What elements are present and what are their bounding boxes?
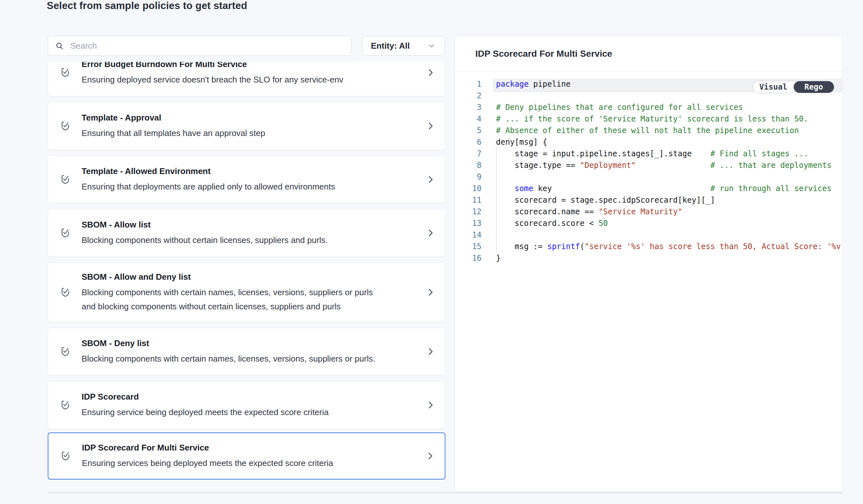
policy-title: IDP Scorecard — [82, 391, 419, 402]
search-input[interactable]: Search — [48, 36, 351, 56]
line-number: 4 — [455, 114, 481, 124]
policy-card[interactable]: IDP ScorecardEnsuring service being depl… — [48, 381, 445, 429]
bottom-separator — [48, 492, 843, 493]
policy-list: Error Budget Burndown For Multi ServiceE… — [48, 62, 445, 492]
toggle-option-visual[interactable]: Visual — [753, 81, 794, 93]
policy-description: Blocking components with certain names, … — [82, 285, 378, 313]
code-line: 4# ... if the score of 'Service Maturity… — [455, 113, 842, 125]
policy-title: SBOM - Allow list — [82, 219, 419, 230]
code-line: 8 stage.type == "Deployment" # ... that … — [455, 159, 842, 171]
line-number: 6 — [455, 138, 481, 147]
code-line: 15 msg := sprintf("service '%s' has scor… — [455, 241, 842, 252]
line-number: 13 — [455, 219, 481, 228]
line-number: 5 — [455, 126, 481, 135]
line-number: 12 — [455, 207, 481, 216]
chevron-right-icon[interactable] — [426, 287, 435, 297]
policy-title: IDP Scorecard For Multi Service — [82, 442, 419, 453]
chevron-right-icon[interactable] — [426, 228, 435, 238]
policy-card[interactable]: Template - Allowed EnvironmentEnsuring t… — [48, 156, 445, 203]
code-line: 12 scorecard.name == "Service Maturity" — [455, 206, 842, 218]
policy-description: Ensuring service being deployed meets th… — [82, 405, 378, 419]
shield-check-icon — [60, 227, 71, 240]
code-lines: 1package pipeline23# Deny pipelines that… — [455, 72, 842, 264]
code-line: 9 — [455, 171, 842, 183]
chevron-right-icon[interactable] — [426, 175, 435, 184]
shield-check-icon — [60, 286, 71, 299]
chevron-right-icon[interactable] — [426, 121, 435, 131]
chevron-right-icon[interactable] — [426, 68, 435, 77]
line-number: 3 — [455, 103, 481, 112]
line-number: 8 — [455, 161, 481, 170]
chevron-right-icon[interactable] — [426, 400, 435, 410]
shield-check-icon — [60, 345, 71, 358]
line-number: 7 — [455, 149, 481, 158]
code-line: 7 stage = input.pipeline.stages[_].stage… — [455, 148, 842, 159]
policy-description: Ensuring deployed service doesn't breach… — [82, 73, 378, 87]
line-number: 15 — [455, 242, 481, 251]
policy-card[interactable]: SBOM - Allow and Deny listBlocking compo… — [48, 263, 445, 322]
code-line: 10 some key # run through all services — [455, 183, 842, 194]
policy-description: Blocking components with certain names, … — [82, 352, 378, 366]
policy-card[interactable]: SBOM - Allow listBlocking components wit… — [48, 209, 445, 257]
shield-check-icon — [60, 399, 71, 412]
entity-filter-dropdown[interactable]: Entity: All — [362, 36, 445, 55]
policy-title: SBOM - Deny list — [82, 337, 419, 349]
policy-card[interactable]: Error Budget Burndown For Multi ServiceE… — [48, 62, 445, 96]
policy-card[interactable]: Template - ApprovalEnsuring that all tem… — [48, 102, 445, 150]
policy-title: Template - Approval — [82, 112, 419, 124]
policy-description: Ensuring that all templates have an appr… — [82, 126, 378, 140]
search-icon — [55, 41, 64, 50]
code-line: 3# Deny pipelines that are configured fo… — [455, 102, 842, 113]
policy-title: Error Budget Burndown For Multi Service — [82, 62, 419, 70]
entity-filter-label: Entity: All — [371, 41, 410, 51]
code-line: 13 scorecard.score < 50 — [455, 218, 842, 229]
page-title: Select from sample policies to get start… — [47, 0, 247, 12]
code-line: 6deny[msg] { — [455, 136, 842, 148]
shield-check-icon — [60, 119, 71, 132]
policy-card[interactable]: IDP Scorecard For Multi ServiceEnsuring … — [48, 432, 445, 479]
view-mode-toggle[interactable]: Visual Rego — [753, 81, 834, 93]
policy-description: Ensuring services being deployed meets t… — [82, 456, 379, 470]
policy-card[interactable]: SBOM - Deny listBlocking components with… — [48, 328, 445, 375]
code-line: 14 — [455, 229, 842, 241]
chevron-right-icon[interactable] — [425, 451, 435, 461]
code-line: 11 scorecard = stage.spec.idpScorecard[k… — [455, 194, 842, 206]
line-number: 2 — [455, 91, 481, 100]
search-placeholder: Search — [70, 41, 97, 51]
line-number: 9 — [455, 172, 481, 181]
line-number: 1 — [455, 80, 481, 89]
shield-check-icon — [60, 173, 71, 186]
policy-description: Ensuring that deployments are applied on… — [82, 180, 378, 194]
code-editor[interactable]: Visual Rego 1package pipeline23# Deny pi… — [455, 72, 842, 491]
line-number: 16 — [455, 254, 481, 263]
shield-check-icon — [60, 450, 71, 463]
detail-header: IDP Scorecard For Multi Service — [455, 36, 842, 72]
code-line: 5# Absence of either of these will not h… — [455, 125, 842, 136]
policy-title: SBOM - Allow and Deny list — [82, 271, 419, 283]
chevron-right-icon[interactable] — [426, 347, 435, 357]
policy-description: Blocking components without certain lice… — [82, 233, 378, 247]
chevron-down-icon — [427, 41, 436, 50]
line-number: 10 — [455, 184, 481, 193]
shield-check-icon — [60, 66, 71, 79]
code-line: 16} — [455, 252, 842, 264]
detail-panel-title: IDP Scorecard For Multi Service — [475, 49, 612, 59]
policy-detail-panel: IDP Scorecard For Multi Service Visual R… — [455, 36, 843, 492]
policy-title: Template - Allowed Environment — [82, 165, 419, 177]
toggle-option-rego[interactable]: Rego — [794, 81, 834, 93]
line-number: 14 — [455, 230, 481, 240]
line-number: 11 — [455, 196, 481, 205]
